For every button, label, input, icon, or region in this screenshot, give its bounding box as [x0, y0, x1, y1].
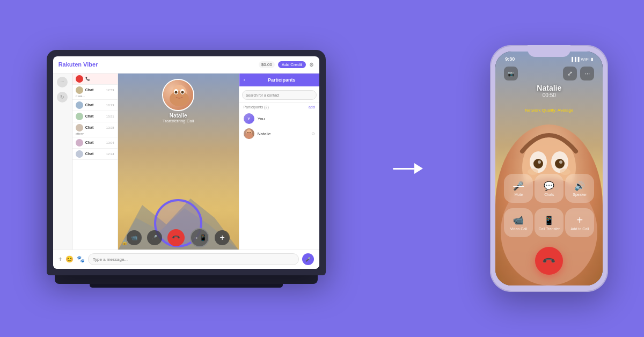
sidebar-dots-icon[interactable]: ··· [57, 77, 68, 87]
participants-count-label: Participants (2) add [239, 103, 319, 111]
viber-logo: Rakuten Viber [58, 61, 98, 68]
phone-header-right-icons: ⤢ ··· [563, 67, 594, 80]
phone-videocall-btn[interactable]: 📹 Video Call [504, 208, 533, 237]
chats-label: Chats [544, 193, 554, 196]
addtocall-icon: + [576, 215, 583, 225]
sticker-icon[interactable]: 😊 [65, 255, 74, 263]
participants-panel: ‹ Participants Participants (2) add Y [239, 74, 319, 269]
desktop-call-status: Transferring Call [162, 119, 194, 123]
mute-icon: 🎤 [513, 181, 524, 191]
attachment-icon[interactable]: 🐾 [77, 255, 85, 263]
desktop-end-call-btn[interactable]: 📞 [167, 229, 185, 246]
phone-screen: 9:30 ▐▐▐ WiFi ▮ 📷 ⤢ ··· Natalie [495, 52, 603, 285]
you-name: You [258, 116, 315, 121]
participants-title: Participants [248, 77, 315, 83]
phone-btn-row-1: 🎤 Mute 💬 Chats 🔊 Speaker [504, 174, 594, 203]
addtocall-label: Add to Call [570, 227, 589, 231]
natalie-avatar [244, 128, 254, 139]
phone-section: 9:30 ▐▐▐ WiFi ▮ 📷 ⤢ ··· Natalie [490, 45, 608, 292]
camera-icon: 📷 [508, 71, 514, 77]
svg-point-11 [250, 132, 251, 133]
more-options-icon[interactable]: ··· [580, 67, 594, 80]
participants-header: ‹ Participants [239, 74, 319, 86]
add-credit-button[interactable]: Add Credit [278, 61, 306, 68]
add-participant-btn[interactable]: + [215, 230, 230, 245]
call-area: Natalie Transferring Call 📹 🎤 [118, 74, 239, 269]
phone-speaker-btn[interactable]: 🔊 Speaker [565, 174, 594, 203]
svg-point-18 [559, 160, 562, 164]
chat-list-item-5[interactable]: Chat 13:04 [72, 137, 118, 149]
laptop-foot [90, 284, 283, 288]
viber-body: ··· ↻ ∧ 📞 [53, 74, 319, 269]
laptop-frame: Rakuten Viber $0.00 Add Credit ⚙ ··· ↻ ∧ [47, 50, 326, 275]
phone-statusbar: 9:30 ▐▐▐ WiFi ▮ [495, 54, 603, 64]
phone-call-info: Natalie 00:50 [495, 84, 603, 98]
phone-end-call-button[interactable]: 📞 [535, 247, 563, 275]
arrow-container [393, 163, 423, 174]
calltransfer-label: Call Transfer [538, 227, 560, 231]
balance-text: $0.00 [259, 61, 275, 68]
phone-frame: 9:30 ▐▐▐ WiFi ▮ 📷 ⤢ ··· Natalie [490, 45, 608, 292]
calltransfer-icon: 📱 [544, 215, 554, 225]
phone-call-duration: 00:50 [495, 92, 603, 98]
chat-list-item-1[interactable]: Chat 12:53 d wa... [72, 85, 118, 100]
videocall-icon: 📹 [513, 215, 524, 225]
sidebar-refresh-icon[interactable]: ↻ [57, 92, 68, 102]
call-avatar-area: Natalie Transferring Call [162, 79, 194, 123]
laptop-screen: Rakuten Viber $0.00 Add Credit ⚙ ··· ↻ ∧ [53, 56, 319, 269]
signal-icon: ▐▐▐ [570, 57, 579, 62]
caller-avatar [162, 79, 194, 111]
call-transfer-btn[interactable]: →📱 [190, 228, 209, 247]
mute-btn[interactable]: 🎤 [147, 230, 162, 245]
message-input[interactable] [88, 253, 299, 265]
phone-chats-btn[interactable]: 💬 Chats [535, 174, 564, 203]
emoji-icon[interactable]: + [58, 255, 62, 263]
chat-list-item-2[interactable]: Chat 13:33 [72, 100, 118, 111]
svg-point-7 [181, 91, 184, 93]
participant-you: Y You [239, 111, 319, 126]
back-arrow-icon[interactable]: ‹ [244, 77, 245, 83]
mute-label: Mute [515, 193, 523, 196]
viber-header: Rakuten Viber $0.00 Add Credit ⚙ [53, 56, 319, 74]
phone-mute-btn[interactable]: 🎤 Mute [504, 174, 533, 203]
you-avatar: Y [244, 113, 254, 124]
phone-status-icons: ▐▐▐ WiFi ▮ [570, 57, 593, 62]
laptop-section: Rakuten Viber $0.00 Add Credit ⚙ ··· ↻ ∧ [41, 18, 331, 319]
participants-search-input[interactable] [242, 90, 317, 100]
svg-point-15 [533, 159, 543, 169]
arrow-line [393, 168, 414, 170]
svg-point-16 [555, 159, 565, 169]
viber-header-right: $0.00 Add Credit ⚙ [259, 61, 314, 68]
minimize-icon[interactable]: ⤢ [563, 67, 577, 80]
transfer-arrow-section [381, 163, 435, 174]
chat-list-item-6[interactable]: Chat 12:24 [72, 149, 118, 160]
video-call-toggle-btn[interactable]: 📹 [127, 230, 142, 245]
network-quality-indicator: Network Quality: Average [495, 108, 603, 113]
add-participant-link[interactable]: add [309, 105, 315, 109]
settings-icon[interactable]: ⚙ [309, 62, 314, 68]
svg-point-6 [175, 91, 178, 93]
mic-button[interactable]: 🎤 [302, 253, 314, 265]
desktop-call-controls: 📹 🎤 📞 →📱 + [118, 228, 239, 247]
videocall-label: Video Call [510, 227, 527, 231]
wifi-icon: WiFi [581, 57, 589, 62]
svg-point-17 [538, 160, 541, 164]
natalie-options-icon[interactable]: ⚙ [311, 131, 315, 136]
phone-calltransfer-btn[interactable]: 📱 Call Transfer [535, 208, 564, 237]
arrow-head [414, 163, 423, 174]
face-svg [163, 80, 194, 111]
natalie-name: Natalie [258, 131, 308, 136]
battery-icon: ▮ [591, 57, 593, 62]
chat-list-item-3[interactable]: Chat 13:51 [72, 111, 118, 122]
phone-addtocall-btn[interactable]: + Add to Call [565, 208, 594, 237]
video-icon: 📹 [131, 235, 137, 240]
chats-icon: 💬 [544, 181, 554, 191]
phone-camera-icon[interactable]: 📷 [504, 67, 518, 80]
active-call-item[interactable]: 📞 [72, 74, 118, 85]
svg-point-10 [247, 132, 248, 133]
lock-icon: 🔒 [121, 237, 128, 246]
speaker-label: Speaker [573, 193, 587, 196]
chat-list-item-4[interactable]: Chat 13:38 attery [72, 122, 118, 137]
participant-natalie: Natalie ⚙ [239, 126, 319, 141]
left-panel: 📞 Chat 12:53 d wa... [72, 74, 118, 269]
